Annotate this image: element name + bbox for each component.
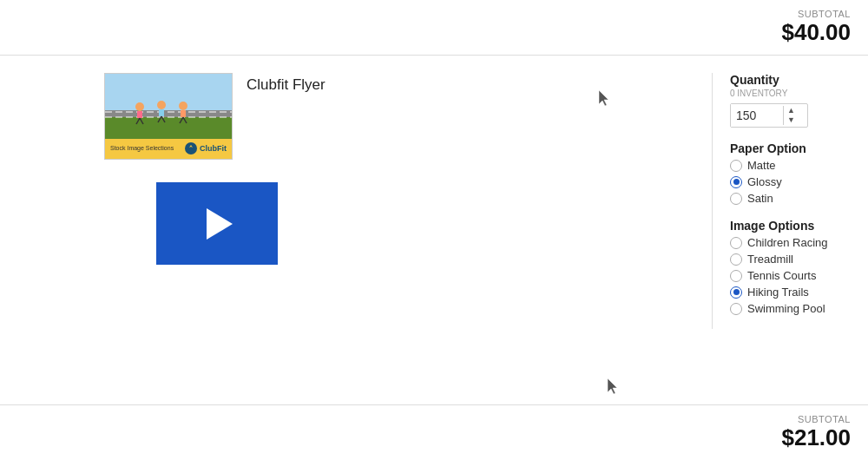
product-image-svg <box>105 74 233 139</box>
svg-point-13 <box>179 102 187 110</box>
image-option-treadmill-label: Treadmill <box>747 253 793 266</box>
image-option-tennis-courts[interactable]: Tennis Courts <box>730 269 851 282</box>
video-row <box>104 174 677 265</box>
radio-glossy-circle <box>730 176 742 188</box>
header-subtotal-amount: $40.00 <box>781 19 851 46</box>
image-option-swimming-pool[interactable]: Swimming Pool <box>730 302 851 315</box>
main-content: Stock Image Selections ClubFit Clubfit F… <box>0 56 868 338</box>
top-bar: SUBTOTAL $40.00 <box>0 0 868 56</box>
paper-option-satin-label: Satin <box>747 192 773 205</box>
footer-subtotal-label: SUBTOTAL <box>781 414 851 424</box>
image-option-children-racing-label: Children Racing <box>747 236 828 249</box>
quantity-input-wrapper: ▲ ▼ <box>730 103 808 128</box>
clubfit-branding: ClubFit <box>185 142 227 154</box>
paper-option-section: Paper Option Matte Glossy Satin <box>730 141 851 205</box>
image-options-label: Image Options <box>730 219 851 233</box>
footer-subtotal-amount: $21.00 <box>781 424 851 451</box>
header-subtotal: SUBTOTAL $40.00 <box>781 9 851 46</box>
radio-matte-circle <box>730 160 742 172</box>
paper-option-matte[interactable]: Matte <box>730 159 851 172</box>
footer-subtotal: SUBTOTAL $21.00 <box>781 414 851 451</box>
product-image-footer: Stock Image Selections ClubFit <box>105 138 232 160</box>
quantity-section: Quantity 0 INVENTORY ▲ ▼ <box>730 73 851 128</box>
play-icon <box>207 208 233 240</box>
paper-option-label: Paper Option <box>730 141 851 155</box>
radio-tennis-courts-circle <box>730 270 742 282</box>
svg-rect-10 <box>159 109 164 116</box>
image-option-treadmill[interactable]: Treadmill <box>730 253 851 266</box>
quantity-input[interactable] <box>731 104 783 127</box>
right-panel: Quantity 0 INVENTORY ▲ ▼ Paper Option Ma… <box>712 73 851 329</box>
svg-rect-14 <box>181 110 186 117</box>
product-row: Stock Image Selections ClubFit Clubfit F… <box>104 73 677 160</box>
radio-hiking-trails-circle <box>730 286 742 299</box>
svg-rect-6 <box>137 111 142 118</box>
radio-treadmill-circle <box>730 253 742 266</box>
quantity-down-button[interactable]: ▼ <box>784 115 799 125</box>
paper-option-glossy-label: Glossy <box>747 175 782 188</box>
image-option-hiking-trails-label: Hiking Trails <box>747 286 809 299</box>
quantity-arrows: ▲ ▼ <box>783 106 799 125</box>
left-panel: Stock Image Selections ClubFit Clubfit F… <box>104 73 677 329</box>
quantity-label: Quantity <box>730 73 851 87</box>
cursor-2 <box>608 378 621 396</box>
product-title: Clubfit Flyer <box>247 73 326 94</box>
image-option-children-racing[interactable]: Children Racing <box>730 236 851 249</box>
radio-satin-circle <box>730 193 742 205</box>
image-option-swimming-pool-label: Swimming Pool <box>747 302 825 315</box>
clubfit-icon <box>185 142 197 154</box>
svg-rect-2 <box>105 110 233 117</box>
product-image-inner <box>105 74 232 138</box>
bottom-bar: SUBTOTAL $21.00 <box>0 404 868 460</box>
video-player[interactable] <box>156 182 278 265</box>
paper-option-group: Matte Glossy Satin <box>730 159 851 205</box>
image-options-section: Image Options Children Racing Treadmill … <box>730 219 851 315</box>
image-option-hiking-trails[interactable]: Hiking Trails <box>730 286 851 299</box>
product-image-text: Stock Image Selections <box>110 145 174 151</box>
svg-point-9 <box>157 101 166 109</box>
product-image: Stock Image Selections ClubFit <box>104 73 233 160</box>
paper-option-satin[interactable]: Satin <box>730 192 851 205</box>
image-option-tennis-courts-label: Tennis Courts <box>747 269 816 282</box>
svg-point-5 <box>135 102 144 111</box>
paper-option-glossy[interactable]: Glossy <box>730 175 851 188</box>
inventory-label: 0 INVENTORY <box>730 89 851 98</box>
paper-option-matte-label: Matte <box>747 159 776 172</box>
radio-children-racing-circle <box>730 237 742 249</box>
image-options-group: Children Racing Treadmill Tennis Courts … <box>730 236 851 315</box>
clubfit-logo-text: ClubFit <box>200 144 227 153</box>
radio-swimming-pool-circle <box>730 303 742 315</box>
quantity-up-button[interactable]: ▲ <box>784 106 799 115</box>
header-subtotal-label: SUBTOTAL <box>781 9 851 19</box>
